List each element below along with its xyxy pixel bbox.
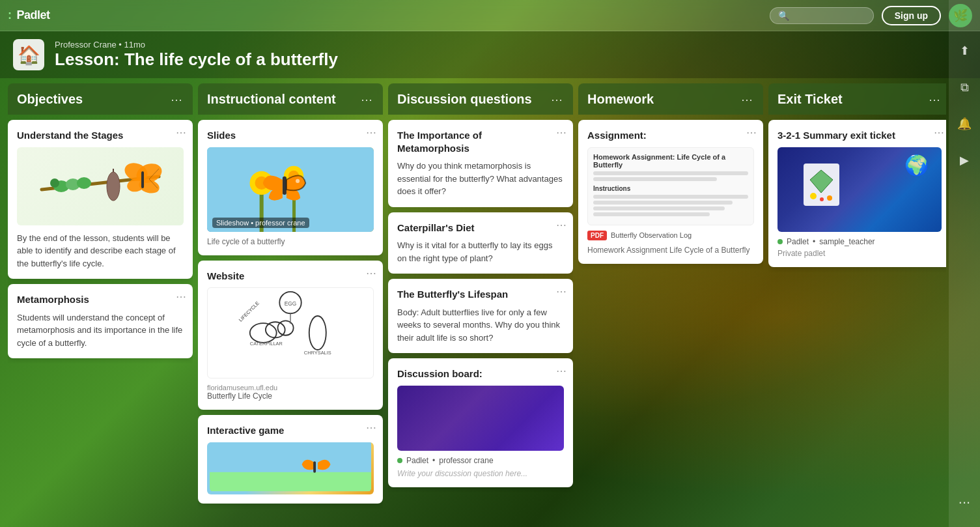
card-interactive-game-title: Interactive game (207, 424, 374, 437)
column-homework-menu[interactable]: ⋯ (740, 91, 754, 108)
assignment-doc-title: Homework Assignment: Life Cycle of a But… (593, 153, 748, 169)
column-exit-ticket-header: Exit Ticket ⋯ (768, 83, 946, 115)
svg-point-5 (107, 172, 120, 201)
card-butterfly-lifespan-body: Body: Adult butterflies live for only a … (397, 306, 564, 345)
padlet-dot (397, 458, 402, 463)
column-homework-cards: ⋯ Assignment: Homework Assignment: Life … (578, 120, 763, 269)
brand-logo[interactable]: :Padlet (8, 8, 50, 22)
duplicate-icon[interactable]: ⧉ (953, 76, 976, 99)
exit-ticket-deco: 🌍 (904, 154, 929, 177)
svg-text:CHRYSALIS: CHRYSALIS (304, 350, 331, 356)
more-options[interactable]: ··· (953, 491, 976, 514)
card-caterpillar-diet: ⋯ Caterpillar's Diet Why is it vital for… (388, 212, 573, 274)
card-metamorphosis-body: Students will understand the concept of … (17, 311, 184, 350)
card-discussion-board: ⋯ Discussion board: Padlet • professor c… (388, 358, 573, 487)
search-icon: 🔍 (778, 10, 789, 21)
card-website-menu[interactable]: ⋯ (366, 267, 376, 279)
doc-line-4 (593, 201, 733, 205)
header-text: Professor Crane • 11mo Lesson: The life … (55, 40, 338, 70)
bell-icon[interactable]: 🔔 (953, 112, 976, 135)
column-objectives-title: Objectives (17, 91, 83, 107)
column-instructional-menu[interactable]: ⋯ (359, 91, 374, 108)
slides-image: Slideshow • professor crane (207, 147, 374, 232)
svg-rect-11 (141, 171, 144, 188)
slideshow-badge: Slideshow • professor crane (212, 218, 309, 228)
play-icon[interactable]: ▶ (953, 149, 976, 172)
card-importance-metamorphosis-menu[interactable]: ⋯ (556, 126, 567, 139)
author-name: Professor Crane (55, 40, 117, 50)
discussion-board-image (397, 386, 564, 451)
card-importance-metamorphosis: ⋯ The Importance of Metamorphosis Why do… (388, 120, 573, 207)
card-discussion-board-title: Discussion board: (397, 367, 564, 380)
card-metamorphosis-title: Metamorphosis (17, 293, 184, 306)
doc-line-5 (593, 207, 725, 210)
doc-line-1 (593, 171, 748, 175)
card-caterpillar-diet-body: Why is it vital for a butterfly to lay i… (397, 239, 564, 264)
game-image (207, 442, 374, 494)
column-exit-ticket-title: Exit Ticket (777, 91, 843, 107)
card-discussion-board-menu[interactable]: ⋯ (556, 365, 567, 377)
right-sidebar: ⬆ ⧉ 🔔 ▶ ··· (949, 0, 980, 527)
svg-point-29 (309, 316, 326, 350)
column-objectives-menu[interactable]: ⋯ (169, 91, 184, 108)
exit-ticket-padlet-row: Padlet • sample_teacher (777, 237, 942, 246)
card-slides: ⋯ Slides (198, 120, 383, 255)
page-title: Lesson: The life cycle of a butterfly (55, 50, 338, 70)
signup-button[interactable]: Sign up (882, 6, 941, 25)
card-butterfly-lifespan-menu[interactable]: ⋯ (556, 285, 567, 298)
website-url: floridamuseum.ufl.edu (207, 384, 374, 392)
card-understand-stages: ⋯ Understand the Stages (8, 120, 193, 279)
card-assignment-title: Assignment: (587, 129, 754, 142)
card-exit-ticket-menu[interactable]: ⋯ (934, 126, 944, 139)
exit-ticket-image: 🌍 (777, 147, 942, 232)
discussion-input-hint[interactable]: Write your discussion question here... (397, 469, 564, 478)
card-slides-menu[interactable]: ⋯ (366, 126, 376, 139)
svg-point-38 (810, 193, 817, 199)
columns-area: Objectives ⋯ ⋯ Understand the Stages (5, 78, 946, 527)
card-butterfly-lifespan: ⋯ The Butterfly's Lifespan Body: Adult b… (388, 279, 573, 353)
card-assignment-menu[interactable]: ⋯ (746, 126, 757, 139)
svg-text:EGG: EGG (285, 300, 297, 307)
navbar: :Padlet 🔍 Sign up 🌿 (0, 0, 980, 31)
padlet-badge-discussion: Padlet • professor crane (397, 456, 564, 465)
card-website: ⋯ Website EGG CATERPILLAR (198, 261, 383, 410)
svg-point-3 (77, 177, 91, 189)
column-homework-header: Homework ⋯ (578, 83, 763, 115)
header-icon: 🏠 (13, 39, 44, 70)
header-meta: Professor Crane • 11mo (55, 40, 338, 50)
card-interactive-game-menu[interactable]: ⋯ (366, 421, 376, 434)
card-understand-stages-title: Understand the Stages (17, 129, 184, 142)
column-homework: Homework ⋯ ⋯ Assignment: Homework Assign… (578, 83, 763, 517)
doc-line-3 (593, 195, 748, 199)
svg-rect-34 (313, 461, 316, 473)
exit-padlet-label: Padlet (787, 237, 809, 246)
share-icon[interactable]: ⬆ (953, 39, 976, 63)
column-homework-title: Homework (587, 91, 654, 107)
column-discussion-menu[interactable]: ⋯ (550, 91, 564, 108)
card-slides-title: Slides (207, 129, 374, 142)
card-caterpillar-diet-menu[interactable]: ⋯ (556, 219, 567, 231)
card-metamorphosis: ⋯ Metamorphosis Students will understand… (8, 284, 193, 358)
brand-colon: : (8, 8, 12, 22)
svg-point-22 (296, 178, 300, 182)
house-icon: 🏠 (18, 44, 40, 66)
pdf-badge: PDF (587, 231, 607, 240)
instructions-label: Instructions (593, 185, 748, 192)
butterfly-stages-image (17, 147, 184, 225)
pdf-row: PDF Butterfly Observation Log (587, 231, 754, 240)
column-instructional-title: Instructional content (207, 91, 336, 107)
search-bar[interactable]: 🔍 (770, 7, 874, 24)
time-ago: 11mo (124, 40, 145, 50)
navbar-right: 🔍 Sign up 🌿 (770, 4, 972, 27)
slide-subtitle: Life cycle of a butterfly (207, 237, 374, 246)
column-exit-ticket-menu[interactable]: ⋯ (927, 91, 942, 108)
card-metamorphosis-menu[interactable]: ⋯ (176, 291, 186, 303)
website-image: EGG CATERPILLAR CHRYSALIS LIFECYCLE (207, 287, 374, 378)
column-discussion: Discussion questions ⋯ ⋯ The Importance … (388, 83, 573, 517)
card-understand-stages-menu[interactable]: ⋯ (176, 126, 186, 139)
padlet-label-discussion: Padlet (406, 456, 428, 465)
exit-author: sample_teacher (819, 237, 875, 246)
dot-sep: • (432, 456, 435, 465)
column-exit-ticket-cards: ⋯ 3-2-1 Summary exit ticket 🌍 (768, 120, 946, 272)
card-importance-metamorphosis-title: The Importance of Metamorphosis (397, 129, 564, 154)
